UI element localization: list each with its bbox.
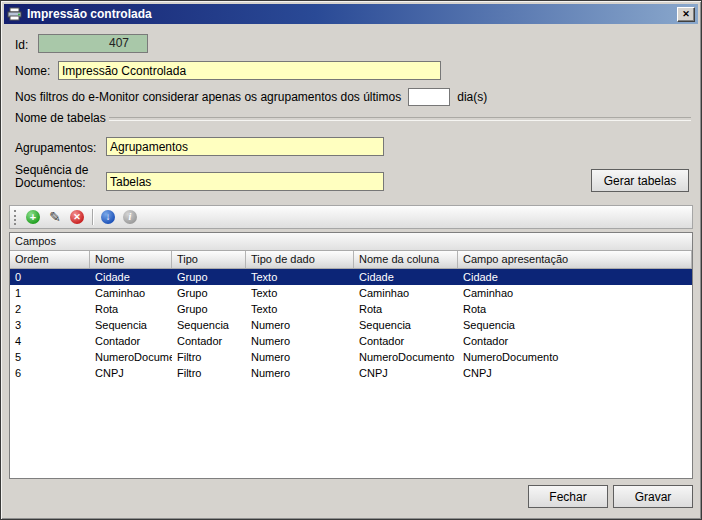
column-header-5[interactable]: Campo apresentação	[458, 251, 692, 268]
sequencia-documentos-label: Sequência de Documentos:	[15, 164, 105, 190]
table-row[interactable]: 6CNPJFiltroNumeroCNPJCNPJ	[10, 365, 692, 381]
table-cell: Caminhao	[354, 285, 458, 301]
agrupamentos-label: Agrupamentos:	[15, 141, 96, 155]
table-cell: NumeroDocume...	[90, 349, 172, 365]
arrow-down-icon: ↓	[101, 210, 115, 224]
table-cell: 1	[10, 285, 90, 301]
window-title: Impressão controlada	[27, 7, 677, 21]
table-cell: Cidade	[354, 269, 458, 285]
table-cell: Contador	[90, 333, 172, 349]
table-cell: Texto	[246, 285, 354, 301]
table-cell: CNPJ	[90, 365, 172, 381]
table-row[interactable]: 0CidadeGrupoTextoCidadeCidade	[10, 269, 692, 285]
table-cell: Grupo	[172, 285, 246, 301]
table-cell: Texto	[246, 301, 354, 317]
table-cell: CNPJ	[354, 365, 458, 381]
table-cell: Contador	[172, 333, 246, 349]
gravar-button[interactable]: Gravar	[613, 485, 693, 508]
printer-icon	[7, 7, 22, 22]
table-cell: Rota	[90, 301, 172, 317]
table-cell: NumeroDocumento	[458, 349, 692, 365]
table-cell: 6	[10, 365, 90, 381]
table-cell: Numero	[246, 317, 354, 333]
table-cell: Sequencia	[90, 317, 172, 333]
table-cell: 4	[10, 333, 90, 349]
table-cell: Numero	[246, 349, 354, 365]
toolbar-separator	[92, 209, 93, 225]
group-divider	[109, 117, 691, 121]
agrupamentos-input[interactable]	[106, 137, 384, 156]
id-label: Id:	[15, 38, 28, 52]
table-cell: 5	[10, 349, 90, 365]
days-suffix-label: dia(s)	[457, 90, 487, 104]
column-header-1[interactable]: Nome	[90, 251, 172, 268]
table-row[interactable]: 1CaminhaoGrupoTextoCaminhaoCaminhao	[10, 285, 692, 301]
table-cell: 2	[10, 301, 90, 317]
nome-label: Nome:	[15, 64, 50, 78]
delete-icon: ✕	[70, 210, 84, 224]
table-row[interactable]: 4ContadorContadorNumeroContadorContador	[10, 333, 692, 349]
table-row[interactable]: 2RotaGrupoTextoRotaRota	[10, 301, 692, 317]
days-input[interactable]	[408, 88, 450, 106]
campos-grid: Campos OrdemNomeTipoTipo de dadoNome da …	[9, 232, 693, 479]
sequencia-documentos-input[interactable]	[106, 172, 384, 191]
table-cell: Cidade	[90, 269, 172, 285]
table-row[interactable]: 3SequenciaSequenciaNumeroSequenciaSequen…	[10, 317, 692, 333]
table-cell: Rota	[458, 301, 692, 317]
detail-button[interactable]: ↓	[97, 207, 119, 227]
table-cell: 0	[10, 269, 90, 285]
delete-button[interactable]: ✕	[66, 207, 88, 227]
edit-button[interactable]: ✎	[44, 207, 66, 227]
grid-header-row: OrdemNomeTipoTipo de dadoNome da colunaC…	[10, 251, 692, 269]
table-cell: Cidade	[458, 269, 692, 285]
table-cell: Sequencia	[354, 317, 458, 333]
column-header-4[interactable]: Nome da coluna	[354, 251, 458, 268]
gerar-tabelas-button[interactable]: Gerar tabelas	[591, 169, 689, 192]
table-cell: Numero	[246, 333, 354, 349]
fechar-button[interactable]: Fechar	[528, 485, 608, 508]
column-header-0[interactable]: Ordem	[10, 251, 90, 268]
table-cell: Caminhao	[458, 285, 692, 301]
tables-group-title: Nome de tabelas	[15, 111, 106, 125]
table-cell: 3	[10, 317, 90, 333]
grid-caption: Campos	[10, 233, 692, 251]
filter-text: Nos filtros do e-Monitor considerar apen…	[15, 90, 401, 104]
table-cell: Caminhao	[90, 285, 172, 301]
table-cell: Sequencia	[458, 317, 692, 333]
add-icon: +	[26, 210, 40, 224]
column-header-3[interactable]: Tipo de dado	[246, 251, 354, 268]
grid-body: 0CidadeGrupoTextoCidadeCidade1CaminhaoGr…	[10, 269, 692, 381]
table-cell: Grupo	[172, 301, 246, 317]
toolbar-grip[interactable]	[14, 210, 18, 225]
grid-toolbar: + ✎ ✕ ↓ i	[9, 205, 693, 229]
filter-row: Nos filtros do e-Monitor considerar apen…	[15, 88, 487, 106]
table-cell: Filtro	[172, 365, 246, 381]
info-button[interactable]: i	[119, 207, 141, 227]
dialog-impressao-controlada: Impressão controlada ✕ Id: 407 Nome: Nos…	[0, 0, 702, 520]
table-cell: Grupo	[172, 269, 246, 285]
table-cell: Numero	[246, 365, 354, 381]
table-cell: Contador	[354, 333, 458, 349]
info-icon: i	[123, 210, 137, 224]
title-bar[interactable]: Impressão controlada ✕	[4, 4, 698, 24]
id-field: 407	[38, 34, 148, 53]
table-cell: Rota	[354, 301, 458, 317]
add-button[interactable]: +	[22, 207, 44, 227]
table-cell: Filtro	[172, 349, 246, 365]
close-button[interactable]: ✕	[677, 7, 695, 22]
table-cell: NumeroDocumento	[354, 349, 458, 365]
nome-input[interactable]	[58, 61, 441, 80]
table-cell: Sequencia	[172, 317, 246, 333]
column-header-2[interactable]: Tipo	[172, 251, 246, 268]
table-cell: Texto	[246, 269, 354, 285]
pencil-icon: ✎	[49, 210, 61, 224]
table-cell: Contador	[458, 333, 692, 349]
close-icon: ✕	[682, 9, 690, 19]
table-row[interactable]: 5NumeroDocume...FiltroNumeroNumeroDocume…	[10, 349, 692, 365]
table-cell: CNPJ	[458, 365, 692, 381]
